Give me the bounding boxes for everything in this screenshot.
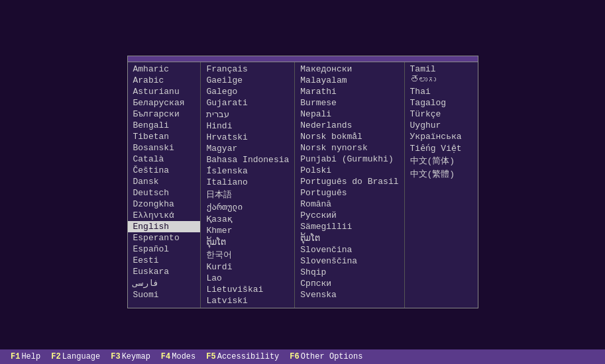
function-key-desc: Other Options [301,352,363,361]
language-item[interactable]: Bengali [128,120,201,131]
language-item[interactable]: 한국어 [201,248,294,261]
language-item[interactable]: Türkçe [405,109,478,120]
language-item[interactable]: 中文(繁體) [405,167,478,181]
language-item[interactable]: Hrvatski [201,132,294,143]
language-item[interactable]: Malayalam [295,75,404,86]
function-key-label: F4 [161,352,170,361]
language-column-0: AmharicArabicAsturianuБеларускаяБългарск… [128,62,201,308]
language-item[interactable]: Lietuviškai [201,284,294,295]
language-item[interactable]: Tibetan [128,131,201,142]
language-item[interactable]: Ελληνικά [128,210,201,221]
function-key-desc: Keymap [122,352,150,361]
language-item[interactable]: فارسی [128,277,201,289]
language-item[interactable]: Dansk [128,176,201,187]
language-item[interactable]: Esperanto [128,232,201,244]
language-item[interactable]: ქართული [201,201,294,213]
language-item[interactable]: Galego [201,86,294,97]
language-item[interactable]: Беларуская [128,97,201,109]
language-item[interactable]: Српски [295,278,404,289]
language-item[interactable]: తెలుగు [405,75,478,86]
language-item[interactable]: English [128,221,201,232]
language-item[interactable]: Uyghur [405,120,478,131]
language-item[interactable]: Български [128,109,201,120]
language-item[interactable]: Македонски [295,64,404,75]
language-item[interactable]: Italiano [201,177,294,188]
language-item[interactable]: Čeština [128,165,201,176]
language-item[interactable]: Arabic [128,75,201,86]
language-item[interactable]: Burmese [295,97,404,109]
language-item[interactable]: Deutsch [128,187,201,199]
language-item[interactable]: Gujarati [201,97,294,109]
language-item[interactable]: 日本語 [201,188,294,201]
function-key-label: F6 [290,352,299,361]
language-item[interactable]: ຕຸ້ມໂຕ [201,236,294,248]
language-item[interactable]: Français [201,64,294,75]
language-item[interactable]: Polski [295,165,404,176]
language-item[interactable]: Shqip [295,267,404,278]
language-item[interactable]: Hindi [201,120,294,132]
language-item[interactable]: Svenska [295,289,404,300]
language-dialog: AmharicArabicAsturianuБеларускаяБългарск… [127,56,478,308]
language-columns: AmharicArabicAsturianuБеларускаяБългарск… [128,62,478,308]
language-item[interactable]: Bahasa Indonesia [201,154,294,165]
language-item[interactable]: Українська [405,131,478,142]
language-column-1: FrançaisGaeilgeGalegoGujaratiעבריתHindiH… [201,62,295,308]
language-item[interactable]: Lao [201,273,294,284]
language-item[interactable]: Català [128,154,201,165]
language-item[interactable]: Tagalog [405,97,478,109]
language-item[interactable]: Română [295,199,404,210]
function-key-label: F3 [111,352,120,361]
language-item[interactable]: Suomi [128,289,201,300]
bottom-key-f4[interactable]: F4 Modes [161,352,195,361]
language-item[interactable]: Euskara [128,266,201,277]
language-item[interactable]: Slovenščina [295,255,404,267]
language-item[interactable]: Dzongkha [128,199,201,210]
language-item[interactable]: Русский [295,210,404,221]
language-column-3: TamilతెలుగుThaiTagalogTürkçeUyghurУкраїн… [405,62,478,308]
function-key-desc: Modes [172,352,195,361]
language-item[interactable]: Latviski [201,295,294,306]
function-key-label: F2 [51,352,60,361]
language-item[interactable]: Қазақ [201,213,294,225]
language-item[interactable]: Amharic [128,64,201,75]
language-item[interactable]: Íslenska [201,165,294,177]
language-item[interactable]: Tiếng Việt [405,142,478,154]
language-item[interactable]: Bosanski [128,142,201,154]
language-column-2: МакедонскиMalayalamMarathiBurmeseNepaliN… [295,62,404,308]
language-item[interactable]: Português do Brasil [295,176,404,187]
function-key-label: F1 [11,352,20,361]
language-item[interactable]: Kurdî [201,261,294,273]
language-item[interactable]: Sämegillii [295,221,404,232]
bottom-key-f5[interactable]: F5 Accessibility [206,352,279,361]
language-item[interactable]: Português [295,187,404,199]
function-key-desc: Accessibility [217,352,280,361]
language-item[interactable]: Thai [405,86,478,97]
language-item[interactable]: עברית [201,109,294,120]
function-key-desc: Language [62,352,101,361]
language-item[interactable]: Gaeilge [201,75,294,86]
language-item[interactable]: Marathi [295,86,404,97]
language-item[interactable]: Español [128,244,201,255]
language-item[interactable]: Punjabi (Gurmukhi) [295,154,404,165]
language-item[interactable]: Norsk bokmål [295,131,404,142]
language-item[interactable]: Tamil [405,64,478,75]
language-item[interactable]: Asturianu [128,86,201,97]
language-item[interactable]: Norsk nynorsk [295,142,404,154]
language-item[interactable]: Khmer [201,225,294,236]
function-key-label: F5 [206,352,215,361]
bottom-key-f6[interactable]: F6 Other Options [290,352,362,361]
main-window: AmharicArabicAsturianuБеларускаяБългарск… [0,0,605,364]
bottom-bar: F1 HelpF2 LanguageF3 KeymapF4 ModesF5 Ac… [0,349,605,364]
language-item[interactable]: 中文(简体) [405,154,478,167]
language-item[interactable]: ຕຸ້ມໂຕ [295,232,404,244]
language-item[interactable]: Slovenčina [295,244,404,255]
dialog-title [128,56,478,62]
bottom-key-f3[interactable]: F3 Keymap [111,352,150,361]
bottom-key-f1[interactable]: F1 Help [11,352,40,361]
language-item[interactable]: Eesti [128,255,201,266]
language-item[interactable]: Nepali [295,109,404,120]
language-item[interactable]: Nederlands [295,120,404,131]
function-key-desc: Help [21,352,40,361]
language-item[interactable]: Magyar [201,143,294,154]
bottom-key-f2[interactable]: F2 Language [51,352,100,361]
